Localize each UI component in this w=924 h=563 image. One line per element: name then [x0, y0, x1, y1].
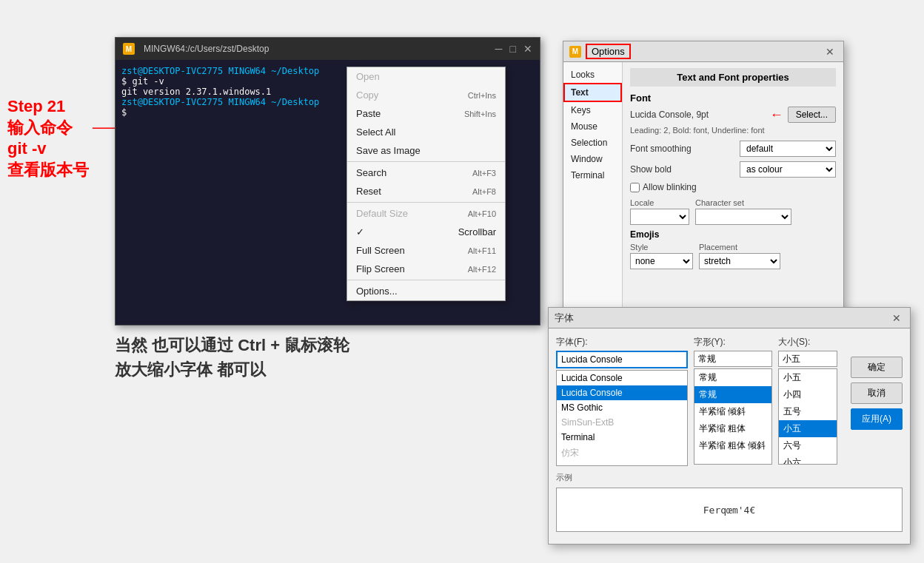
fd-size-list[interactable]: 小五 小四 五号 小五 六号 小六 七号 八号 [778, 368, 837, 465]
style-label: Style [630, 243, 693, 252]
ctx-search[interactable]: Search Alt+F3 [347, 163, 505, 182]
charset-label: Character set [695, 198, 791, 207]
font-smoothing-row: Font smoothing default [630, 141, 836, 157]
sidebar-item-terminal[interactable]: Terminal [563, 167, 622, 183]
charset-select[interactable] [695, 209, 791, 225]
allow-blinking-label: Allow blinking [643, 182, 697, 192]
sidebar-item-looks[interactable]: Looks [563, 67, 622, 83]
fd-style-regular[interactable]: 常规 [694, 386, 772, 403]
ctx-paste[interactable]: Paste Shift+Ins [347, 104, 505, 123]
context-menu: Open Copy Ctrl+Ins Paste Shift+Ins Selec… [346, 67, 506, 301]
fd-font-col: 字体(F): Lucida Console Lucida Console MS … [556, 336, 688, 466]
font-section-label: Font [630, 92, 836, 104]
ctx-default-size[interactable]: Default Size Alt+F10 [347, 204, 505, 223]
fd-size-liuhao[interactable]: 六号 [779, 437, 837, 454]
show-bold-select[interactable]: as colour [740, 161, 836, 178]
locale-label: Locale [630, 198, 689, 207]
options-dialog-icon: M [569, 46, 581, 58]
fd-font-input[interactable] [556, 351, 688, 368]
maximize-icon[interactable]: □ [510, 43, 516, 55]
fd-style-semi-cond-bold[interactable]: 半紧缩 粗体 [694, 420, 772, 437]
font-dialog-inner: 字体(F): Lucida Console Lucida Console MS … [549, 328, 910, 544]
terminal-controls[interactable]: ─ □ ✕ [495, 43, 532, 55]
terminal-prompt2: zst@DESKTOP-IVC2775 MINGW64 ~/Desktop [121, 97, 319, 107]
fd-buttons: 确定 取消 应用(A) [851, 357, 903, 430]
fd-style-list[interactable]: 常规 常规 半紧缩 倾斜 半紧缩 粗体 半紧缩 粗体 倾斜 [694, 368, 773, 465]
fd-style-semi-cond-italic[interactable]: 半紧缩 倾斜 [694, 403, 772, 420]
sidebar-item-text[interactable]: Text [563, 83, 622, 102]
fd-font-list[interactable]: Lucida Console Lucida Console MS Gothic … [556, 370, 688, 466]
fd-apply-button[interactable]: 应用(A) [851, 408, 903, 430]
fd-font-lucida2[interactable]: Lucida Console [557, 385, 687, 400]
font-smoothing-select[interactable]: default [740, 141, 836, 157]
locale-charset-row: Locale Character set [630, 198, 836, 225]
sidebar-item-keys[interactable]: Keys [563, 102, 622, 118]
fd-font-simsun[interactable]: SimSun-ExtB [557, 415, 687, 430]
preview-text: Ferqœm'4€ [703, 505, 755, 516]
preview-section: 示例 Ferqœm'4€ [556, 472, 903, 532]
fd-size-col: 大小(S): 小五 小四 五号 小五 六号 小六 七号 八号 [778, 336, 837, 466]
ctx-save-image[interactable]: Save as Image [347, 141, 505, 160]
options-title: Options [586, 44, 631, 59]
fd-cancel-button[interactable]: 取消 [851, 382, 903, 404]
close-icon[interactable]: ✕ [523, 43, 532, 55]
font-value: Lucida Console, 9pt [630, 109, 766, 120]
step-line2: git -v [7, 138, 111, 160]
preview-label: 示例 [556, 472, 903, 483]
fd-size-xiaoliu[interactable]: 小六 [779, 454, 837, 465]
ctx-copy[interactable]: Copy Ctrl+Ins [347, 86, 505, 104]
fd-font-ms-gothic[interactable]: MS Gothic [557, 400, 687, 415]
fd-style-semi-cond-bold-italic[interactable]: 半紧缩 粗体 倾斜 [694, 437, 772, 454]
ctx-select-all[interactable]: Select All [347, 123, 505, 141]
fd-ok-button[interactable]: 确定 [851, 357, 903, 378]
sidebar-item-window[interactable]: Window [563, 151, 622, 167]
locale-select[interactable] [630, 209, 689, 225]
font-dialog-titlebar: 字体 ✕ [549, 308, 910, 328]
terminal-prompt1: zst@DESKTOP-IVC2775 MINGW64 ~/Desktop [121, 66, 319, 76]
fd-font-lucida1[interactable]: Lucida Console [557, 371, 687, 385]
fd-font-fangsong[interactable]: 仿宋 [557, 445, 687, 462]
font-dialog-title: 字体 [555, 311, 574, 325]
ctx-options[interactable]: Options... [347, 282, 505, 300]
emoji-style-select[interactable]: none [630, 253, 693, 269]
step-line3: 查看版本号 [7, 160, 111, 181]
font-smoothing-label: Font smoothing [630, 144, 692, 154]
fd-size-input[interactable] [778, 351, 837, 367]
emoji-placement-select[interactable]: stretch [699, 253, 780, 269]
font-dialog-close[interactable]: ✕ [889, 312, 904, 324]
terminal-cmd1: $ git -v [121, 76, 164, 87]
ctx-scrollbar[interactable]: ✓ Scrollbar [347, 223, 505, 241]
ctx-open[interactable]: Open [347, 67, 505, 86]
ctx-divider1 [347, 161, 505, 162]
terminal-titlebar: M MINGW64:/c/Users/zst/Desktop ─ □ ✕ [116, 38, 540, 60]
step-annotation: Step 21 输入命令 git -v 查看版本号 [7, 96, 111, 181]
ctx-divider2 [347, 202, 505, 203]
options-close-button[interactable]: ✕ [823, 46, 837, 58]
font-select-button[interactable]: Select... [788, 107, 836, 123]
ctx-flip-screen[interactable]: Flip Screen Alt+F12 [347, 260, 505, 278]
sidebar-item-mouse[interactable]: Mouse [563, 118, 622, 135]
options-body: Looks Text Keys Mouse Selection Window T… [563, 62, 843, 314]
sidebar-item-selection[interactable]: Selection [563, 135, 622, 151]
show-bold-row: Show bold as colour [630, 161, 836, 178]
fd-size-wuhao[interactable]: 五号 [779, 403, 837, 420]
minimize-icon[interactable]: ─ [495, 43, 503, 55]
font-row: Lucida Console, 9pt ← Select... [630, 107, 836, 123]
ctx-reset[interactable]: Reset Alt+F8 [347, 182, 505, 200]
terminal-title: MINGW64:/c/Users/zst/Desktop [144, 44, 269, 54]
fd-size-xiaowu[interactable]: 小五 [779, 420, 837, 437]
fd-style-input[interactable] [694, 351, 773, 367]
fd-font-heiti[interactable]: 黑体 [557, 462, 687, 466]
fd-font-label: 字体(F): [556, 336, 688, 348]
allow-blinking-checkbox[interactable] [630, 183, 640, 192]
ctx-full-screen[interactable]: Full Screen Alt+F11 [347, 241, 505, 260]
emojis-label: Emojis [630, 229, 836, 240]
font-arrow: ← [770, 107, 783, 123]
bottom-line2: 放大缩小字体 都可以 [115, 357, 349, 382]
font-details: Leading: 2, Bold: font, Underline: font [630, 126, 836, 135]
fd-style-regular-header[interactable]: 常规 [694, 369, 772, 386]
fd-font-terminal[interactable]: Terminal [557, 430, 687, 445]
terminal-cmd2: $ [121, 107, 127, 118]
fd-size-xiaowu-header[interactable]: 小五 [779, 369, 837, 386]
fd-size-xiaosi[interactable]: 小四 [779, 386, 837, 403]
